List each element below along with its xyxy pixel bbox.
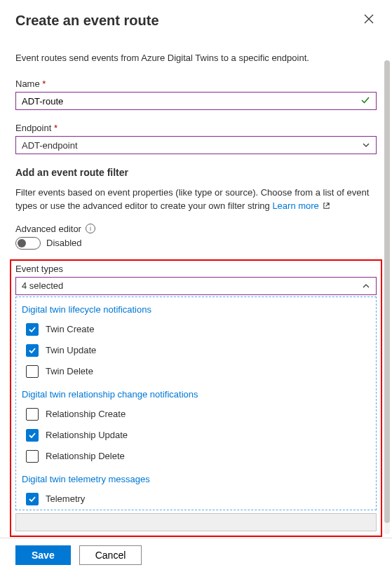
option-twin-delete[interactable]: Twin Delete [16,361,376,382]
checkbox-icon [26,344,39,357]
endpoint-label: Endpoint * [15,123,377,133]
option-twin-create[interactable]: Twin Create [16,319,376,340]
close-icon[interactable] [361,13,377,28]
event-types-summary: 4 selected [22,280,63,291]
filter-section-title: Add an event route filter [15,167,377,178]
group-header-lifecycle: Digital twin lifecycle notifications [16,297,376,319]
scrollbar[interactable] [384,60,390,534]
scrollbar-thumb[interactable] [384,60,390,523]
checkbox-icon [26,493,39,505]
name-input[interactable] [22,96,360,107]
save-button[interactable]: Save [15,545,71,565]
name-label: Name * [15,79,377,89]
option-relationship-update[interactable]: Relationship Update [16,425,376,446]
checkbox-icon [26,450,39,463]
info-icon[interactable]: i [86,224,95,233]
checkbox-icon [26,323,39,336]
event-types-dropdown: Digital twin lifecycle notifications Twi… [15,297,377,510]
option-relationship-delete[interactable]: Relationship Delete [16,446,376,467]
checkbox-icon [26,429,39,442]
toggle-knob [18,239,26,247]
intro-text: Event routes send events from Azure Digi… [15,53,377,63]
checkbox-icon [26,365,39,378]
chevron-down-icon [362,141,370,149]
option-twin-update[interactable]: Twin Update [16,340,376,361]
filter-description: Filter events based on event properties … [15,186,377,214]
advanced-editor-toggle[interactable] [15,237,41,250]
event-types-highlight: Event types 4 selected Digital twin life… [10,259,382,537]
option-telemetry[interactable]: Telemetry [16,489,376,510]
advanced-editor-label: Advanced editor [15,224,81,234]
event-types-label: Event types [15,264,377,274]
footer: Save Cancel [0,538,392,572]
option-relationship-create[interactable]: Relationship Create [16,404,376,425]
external-link-icon [323,200,330,214]
dropdown-footer-bar [15,513,377,531]
group-header-telemetry: Digital twin telemetry messages [16,467,376,489]
learn-more-link[interactable]: Learn more [272,200,330,211]
name-input-wrap [15,92,377,110]
endpoint-select[interactable]: ADT-endpoint [15,136,377,154]
endpoint-value: ADT-endpoint [22,140,78,151]
checkbox-icon [26,408,39,421]
event-types-select[interactable]: 4 selected [15,277,377,295]
chevron-up-icon [362,282,370,290]
advanced-editor-state: Disabled [46,238,82,248]
checkmark-icon [360,95,370,107]
page-title: Create an event route [15,13,159,29]
cancel-button[interactable]: Cancel [79,545,142,565]
group-header-relationship: Digital twin relationship change notific… [16,382,376,404]
